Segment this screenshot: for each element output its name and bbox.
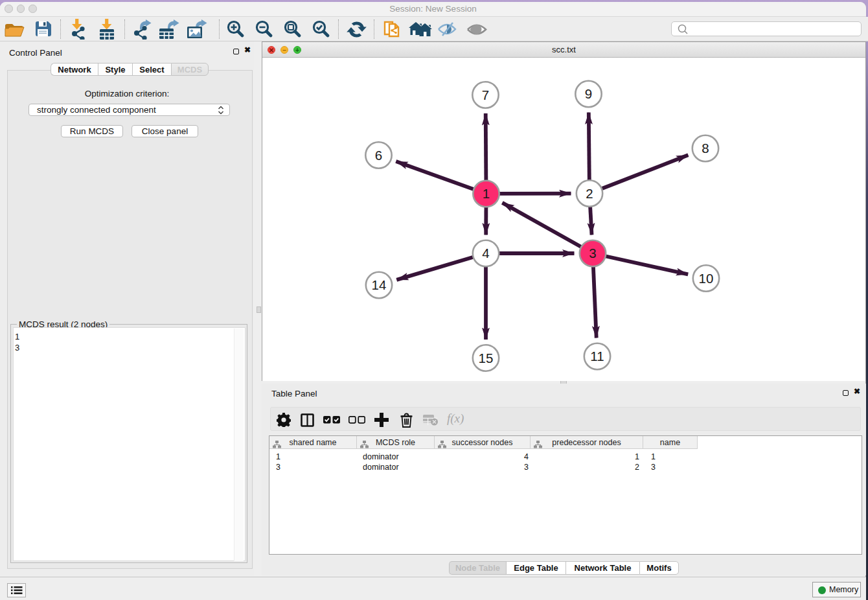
svg-text:3: 3	[589, 246, 596, 260]
svg-text:4: 4	[482, 246, 489, 260]
svg-text:6: 6	[375, 148, 382, 163]
svg-text:8: 8	[702, 141, 709, 156]
svg-text:14: 14	[372, 277, 387, 292]
svg-text:1: 1	[483, 186, 490, 201]
svg-text:11: 11	[590, 349, 604, 363]
svg-text:9: 9	[585, 86, 592, 101]
svg-text:15: 15	[479, 351, 494, 365]
svg-text:2: 2	[586, 186, 593, 201]
svg-text:10: 10	[699, 271, 714, 286]
svg-text:7: 7	[482, 87, 489, 102]
